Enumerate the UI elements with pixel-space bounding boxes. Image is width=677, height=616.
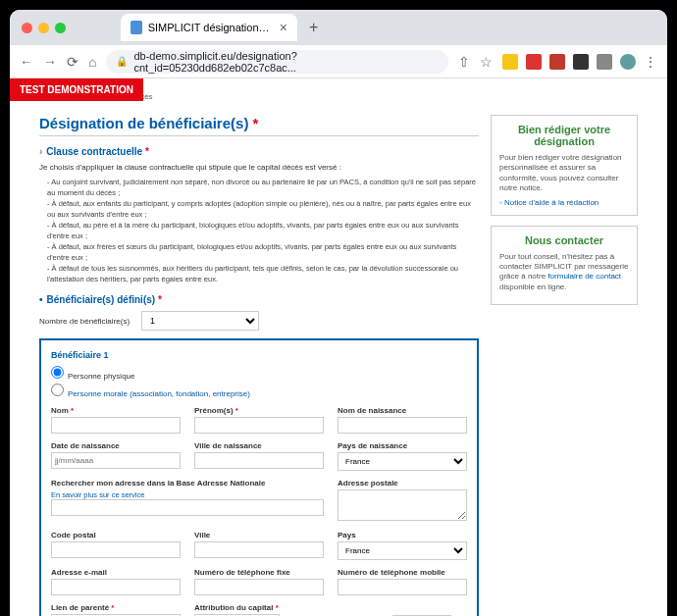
sidebar-contact-title: Nous contacter [499,234,629,246]
radio-morale[interactable] [51,384,64,396]
puzzle-icon[interactable] [573,54,589,70]
contact-link[interactable]: formulaire de contact [547,272,621,281]
home-icon[interactable]: ⌂ [88,54,96,70]
ville-naissance-input[interactable] [194,452,324,469]
address-bar[interactable]: 🔒 db-demo.simplicit.eu/designation?cnt_i… [106,50,448,74]
adresse-postale-input[interactable] [338,489,467,521]
clause-bullets: - Au conjoint survivant, judiciairement … [39,178,479,284]
extension-icon[interactable] [549,54,565,70]
bookmark-icon[interactable]: ☆ [480,54,493,70]
nom-input[interactable] [51,417,181,434]
pays-naissance-select[interactable]: France [338,452,467,471]
section-clause[interactable]: ›Clause contractuelle * [39,146,479,157]
email-input[interactable] [51,579,181,595]
extension-icon[interactable] [502,54,518,70]
maximize-window-icon[interactable] [55,23,66,33]
count-label: Nombre de bénéficiaire(s) [39,317,130,326]
beneficiaire-card: Bénéficiaire 1 Personne physique Personn… [39,338,479,616]
close-window-icon[interactable] [22,23,32,33]
beneficiaire-title: Bénéficiaire 1 [51,350,467,360]
browser-tab[interactable]: SIMPLICIT désignation de bén × [121,14,297,41]
sidebar-help-title: Bien rédiger votre désignation [499,124,629,147]
lock-icon: 🔒 [116,56,128,67]
avatar-icon[interactable] [620,54,636,70]
pays-select[interactable]: France [338,541,467,560]
prenom-input[interactable] [194,417,324,434]
intro-text: Je choisis d'appliquer la clause contrac… [39,163,479,172]
section-beneficiaires[interactable]: •Bénéficiaire(s) défini(s) * [39,294,479,305]
close-tab-icon[interactable]: × [280,20,287,35]
sidebar-contact-box: Nous contacter Pour tout conseil, n'hési… [491,226,638,306]
tel-mobile-input[interactable] [338,579,467,595]
date-naissance-input[interactable] [51,452,181,469]
count-select[interactable]: 1 [141,311,259,331]
tel-fixe-input[interactable] [194,579,324,595]
back-icon[interactable]: ← [20,54,33,70]
page-title: Désignation de bénéficiaire(s) * [39,115,479,136]
extension-icon[interactable] [597,54,612,70]
extension-icon[interactable] [526,54,542,70]
tab-title: SIMPLICIT désignation de bén [148,22,270,33]
addr-search-input[interactable] [51,499,324,516]
share-icon[interactable]: ⇧ [458,54,470,70]
browser-toolbar: ← → ⟳ ⌂ 🔒 db-demo.simplicit.eu/designati… [10,45,667,78]
ville-input[interactable] [194,541,324,558]
sidebar-help-box: Bien rédiger votre désignation Pour bien… [491,115,638,216]
forward-icon[interactable]: → [43,54,57,70]
reload-icon[interactable]: ⟳ [67,54,78,70]
notice-link[interactable]: ◦ Notice d'aide à la rédaction [499,198,599,207]
addr-service-link[interactable]: En savoir plus sur ce service [51,490,144,499]
minimize-window-icon[interactable] [38,23,49,33]
menu-icon[interactable]: ⋮ [644,54,657,70]
radio-physique[interactable] [51,366,64,379]
url-text: db-demo.simplicit.eu/designation?cnt_id=… [133,50,439,74]
nom-naissance-input[interactable] [338,417,467,434]
breadcrumb: Réédite à mon décès [78,92,638,101]
new-tab-button[interactable]: + [309,19,318,36]
tab-favicon [130,21,142,34]
window-titlebar: SIMPLICIT désignation de bén × + [10,10,667,45]
cp-input[interactable] [51,541,181,558]
test-badge: TEST DEMONSTRATION [10,78,143,101]
